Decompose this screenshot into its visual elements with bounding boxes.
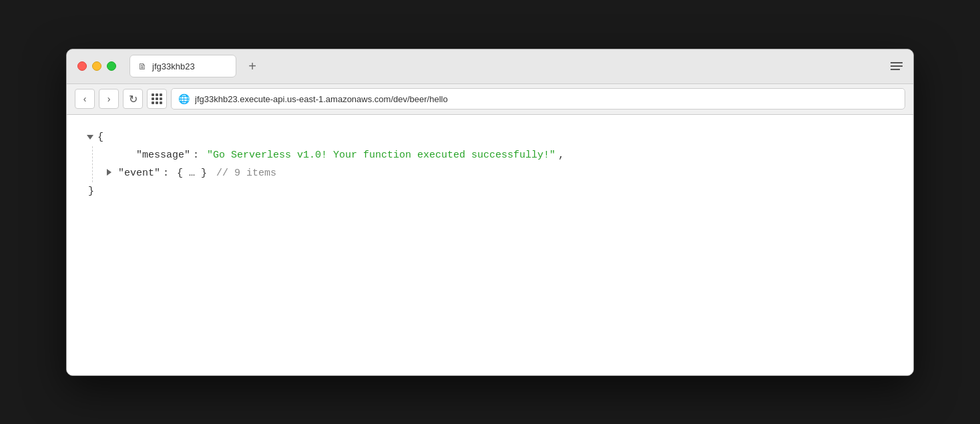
json-root-line: { bbox=[87, 128, 893, 146]
new-tab-button[interactable]: + bbox=[242, 55, 263, 77]
reload-button[interactable]: ↻ bbox=[123, 89, 143, 109]
forward-icon: › bbox=[107, 93, 111, 104]
message-line: "message" : "Go Serverless v1.0! Your fu… bbox=[107, 146, 893, 164]
message-value: "Go Serverless v1.0! Your function execu… bbox=[207, 146, 555, 164]
address-bar-container[interactable]: 🌐 bbox=[171, 88, 905, 110]
tab-page-icon: 🗎 bbox=[138, 61, 147, 71]
security-icon: 🌐 bbox=[178, 93, 190, 104]
collapse-root-arrow[interactable] bbox=[87, 135, 93, 140]
open-brace: { bbox=[97, 128, 103, 146]
event-comment: // 9 items bbox=[216, 164, 276, 182]
reload-icon: ↻ bbox=[129, 93, 138, 105]
event-colon: : bbox=[163, 164, 169, 182]
address-bar-input[interactable] bbox=[195, 94, 898, 104]
message-key: "message" bbox=[136, 146, 190, 164]
message-comma: , bbox=[558, 146, 564, 164]
traffic-lights bbox=[77, 61, 116, 71]
browser-window: 🗎 jfg33khb23 + ‹ › ↻ bbox=[66, 49, 914, 376]
message-colon: : bbox=[193, 146, 199, 164]
event-collapsed-value: { … } bbox=[177, 164, 207, 182]
apps-button[interactable] bbox=[147, 89, 167, 109]
tab-bar: 🗎 jfg33khb23 + bbox=[130, 55, 884, 77]
back-icon: ‹ bbox=[83, 93, 87, 104]
guide-line bbox=[92, 146, 99, 182]
forward-button[interactable]: › bbox=[99, 89, 119, 109]
expand-event-arrow[interactable] bbox=[107, 169, 111, 176]
browser-menu-button[interactable] bbox=[891, 62, 903, 70]
close-brace-line: } bbox=[88, 182, 893, 200]
minimize-button[interactable] bbox=[92, 61, 101, 71]
maximize-button[interactable] bbox=[107, 61, 116, 71]
event-key: "event" bbox=[118, 164, 160, 182]
toolbar: ‹ › ↻ 🌐 bbox=[67, 84, 913, 115]
active-tab[interactable]: 🗎 jfg33khb23 bbox=[130, 55, 236, 77]
new-tab-icon: + bbox=[248, 59, 256, 74]
back-button[interactable]: ‹ bbox=[75, 89, 95, 109]
close-button[interactable] bbox=[77, 61, 87, 71]
event-line: "event" : { … } // 9 items bbox=[107, 164, 893, 182]
close-brace: } bbox=[88, 182, 94, 200]
content-area: { "message" : "Go Serverless v1.0! Your … bbox=[67, 115, 913, 375]
json-inner: "message" : "Go Serverless v1.0! Your fu… bbox=[99, 146, 893, 182]
apps-grid-icon bbox=[152, 93, 162, 104]
json-body: "message" : "Go Serverless v1.0! Your fu… bbox=[87, 146, 893, 182]
tab-title: jfg33khb23 bbox=[152, 61, 195, 71]
json-viewer: { "message" : "Go Serverless v1.0! Your … bbox=[87, 128, 893, 200]
title-bar: 🗎 jfg33khb23 + bbox=[67, 49, 913, 84]
